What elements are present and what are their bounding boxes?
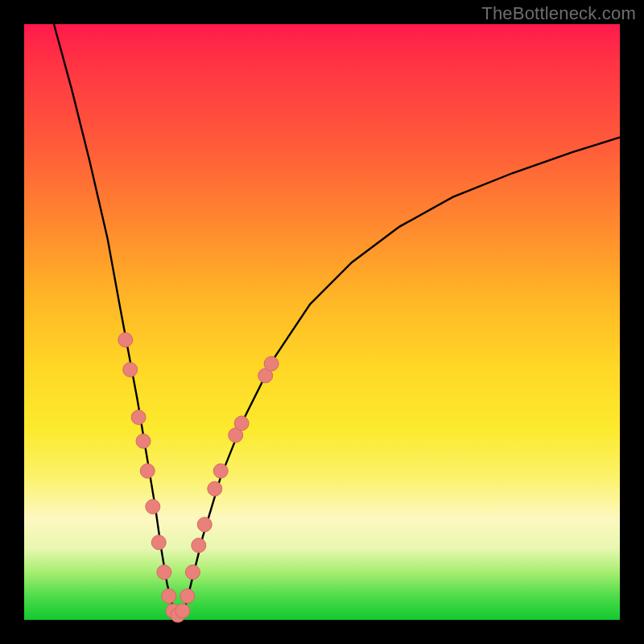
curve-marker xyxy=(146,499,160,514)
curve-marker xyxy=(162,588,176,603)
curve-marker xyxy=(136,434,151,448)
curve-marker xyxy=(175,604,190,618)
plot-area xyxy=(24,24,620,620)
curve-marker xyxy=(131,410,146,424)
curve-marker xyxy=(213,464,228,478)
curve-marker xyxy=(192,539,206,553)
chart-frame: TheBottleneck.com xyxy=(0,0,644,644)
curve-marker xyxy=(180,588,195,603)
chart-svg xyxy=(24,24,620,620)
watermark-text: TheBottleneck.com xyxy=(481,3,636,24)
curve-marker xyxy=(234,416,249,431)
curve-marker xyxy=(123,362,138,377)
curve-marker xyxy=(151,535,166,550)
curve-marker xyxy=(208,481,222,496)
curve-marker xyxy=(140,464,155,478)
bottleneck-curve xyxy=(54,24,620,617)
curve-marker xyxy=(118,332,133,347)
curve-markers xyxy=(118,332,279,622)
curve-marker xyxy=(157,565,171,580)
curve-marker xyxy=(264,357,279,371)
curve-marker xyxy=(185,565,200,580)
curve-marker xyxy=(197,518,212,532)
